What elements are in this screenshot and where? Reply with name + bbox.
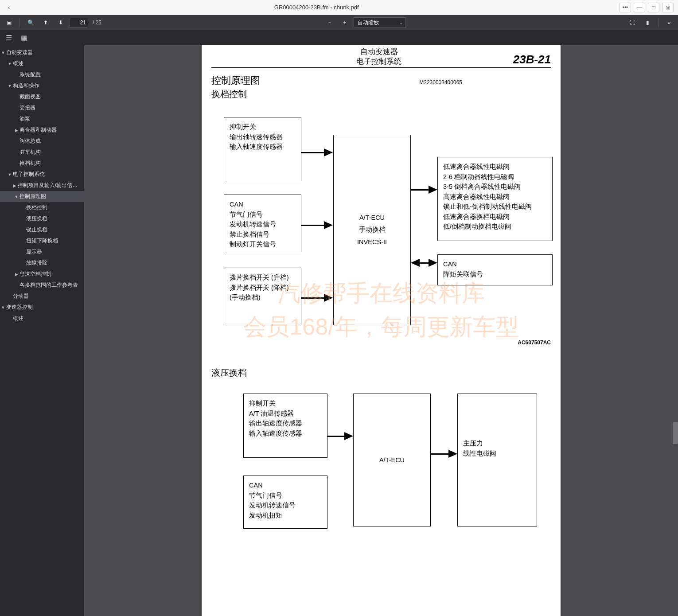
page-up-icon[interactable]: ⬆ xyxy=(39,16,52,29)
zoom-out-icon[interactable]: − xyxy=(323,16,336,29)
back-icon[interactable]: ‹ xyxy=(4,4,13,11)
thumbnail-view-icon[interactable]: ▦ xyxy=(18,31,30,44)
minimize-icon[interactable]: — xyxy=(634,3,645,12)
window-titlebar: ‹ GR00004200-23B.fm - chunk.pdf ••• — □ … xyxy=(0,0,678,15)
window-title: GR00004200-23B.fm - chunk.pdf xyxy=(13,4,620,11)
zoom-select[interactable]: 自动缩放 ⌄ xyxy=(354,17,406,28)
maximize-icon[interactable]: □ xyxy=(648,3,659,12)
zoom-select-label: 自动缩放 xyxy=(358,19,379,27)
more-icon[interactable]: ••• xyxy=(620,3,631,12)
bookmark-icon[interactable]: ▮ xyxy=(641,16,654,29)
page-total-label: / 25 xyxy=(93,19,101,26)
outline-view-icon[interactable]: ☰ xyxy=(3,31,15,44)
chevron-down-icon: ⌄ xyxy=(399,20,403,25)
page-number-input[interactable] xyxy=(70,18,88,27)
target-icon[interactable]: ◎ xyxy=(662,3,674,12)
pdf-toolbar: ▣ 🔍 ⬆ ⬇ / 25 − + 自动缩放 ⌄ ⛶ ▮ » xyxy=(0,15,678,30)
page-down-icon[interactable]: ⬇ xyxy=(55,16,67,29)
sidebar-toggle-icon[interactable]: ▣ xyxy=(3,16,15,29)
zoom-in-icon[interactable]: + xyxy=(339,16,351,29)
tools-icon[interactable]: » xyxy=(663,16,675,29)
sidebar-toolbar: ☰ ▦ xyxy=(0,30,678,45)
search-icon[interactable]: 🔍 xyxy=(24,16,37,29)
presentation-icon[interactable]: ⛶ xyxy=(626,16,639,29)
